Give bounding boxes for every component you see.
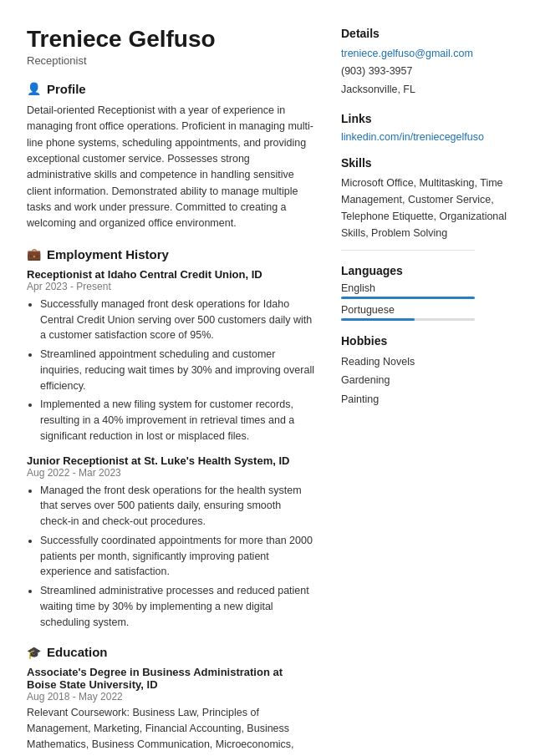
details-phone: (903) 393-3957 [341,63,515,80]
links-section: Links linkedin.com/in/treniecegelfuso [341,112,515,143]
applicant-name: Treniece Gelfuso [27,27,314,53]
hobby-item-3: Painting [341,390,515,409]
edu-entry-1: Associate's Degree in Business Administr… [27,666,314,756]
job-bullet-1-1: Successfully managed front desk operatio… [40,297,314,343]
employment-icon: 💼 [27,247,41,261]
lang-item-english: English [341,282,515,299]
hobbies-title: Hobbies [341,334,515,348]
lang-bar-bg-english [341,297,475,299]
languages-title: Languages [341,264,515,277]
links-linkedin-wrap: linkedin.com/in/treniecegelfuso [341,130,515,143]
hobby-item-1: Reading Novels [341,353,515,372]
job-bullets-2: Managed the front desk operations for th… [27,483,314,631]
hobbies-section: Hobbies Reading Novels Gardening Paintin… [341,334,515,409]
profile-section: 👤 Profile Detail-oriented Receptionist w… [27,82,314,232]
profile-section-title: 👤 Profile [27,82,314,96]
details-title: Details [341,27,515,40]
job-bullet-2-3: Streamlined administrative processes and… [40,583,314,630]
job-entry-1: Receptionist at Idaho Central Credit Uni… [27,268,314,444]
lang-name-portuguese: Portuguese [341,304,515,316]
job-dates-2: Aug 2022 - Mar 2023 [27,467,314,479]
profile-icon: 👤 [27,82,41,95]
skills-divider [341,250,475,251]
lang-bar-bg-portuguese [341,318,475,321]
lang-bar-fill-portuguese [341,318,415,321]
employment-section-title: 💼 Employment History [27,247,314,261]
skills-section: Skills Microsoft Office, Multitasking, T… [341,156,515,251]
job-bullets-1: Successfully managed front desk operatio… [27,297,314,444]
education-section: 🎓 Education Associate's Degree in Busine… [27,645,314,756]
links-title: Links [341,112,515,125]
details-email-wrap: treniece.gelfuso@gmail.com [341,45,515,63]
profile-text: Detail-oriented Receptionist with a year… [27,103,314,232]
lang-item-portuguese: Portuguese [341,304,515,321]
details-location: Jacksonville, FL [341,81,515,99]
job-title-2: Junior Receptionist at St. Luke's Health… [27,454,314,467]
linkedin-link[interactable]: linkedin.com/in/treniecegelfuso [341,131,484,143]
job-bullet-2-1: Managed the front desk operations for th… [40,483,314,530]
email-link[interactable]: treniece.gelfuso@gmail.com [341,48,473,59]
education-section-title: 🎓 Education [27,645,314,659]
hobby-item-2: Gardening [341,371,515,390]
lang-bar-fill-english [341,297,475,299]
education-icon: 🎓 [27,646,41,659]
employment-section: 💼 Employment History Receptionist at Ida… [27,247,314,631]
job-title-1: Receptionist at Idaho Central Credit Uni… [27,268,314,281]
skills-text: Microsoft Office, Multitasking, Time Man… [341,175,515,241]
skills-title: Skills [341,156,515,170]
job-bullet-1-3: Implemented a new filing system for cust… [40,397,314,444]
lang-name-english: English [341,282,515,294]
edu-text-1: Relevant Coursework: Business Law, Princ… [27,705,314,756]
edu-dates-1: Aug 2018 - May 2022 [27,691,314,703]
job-bullet-1-2: Streamlined appointment scheduling and c… [40,347,314,393]
languages-section: Languages English Portuguese [341,264,515,321]
details-section: Details treniece.gelfuso@gmail.com (903)… [341,27,515,99]
edu-title-1: Associate's Degree in Business Administr… [27,666,314,691]
job-dates-1: Apr 2023 - Present [27,281,314,292]
applicant-title: Receptionist [27,54,314,67]
job-bullet-2-2: Successfully coordinated appointments fo… [40,533,314,580]
job-entry-2: Junior Receptionist at St. Luke's Health… [27,454,314,631]
